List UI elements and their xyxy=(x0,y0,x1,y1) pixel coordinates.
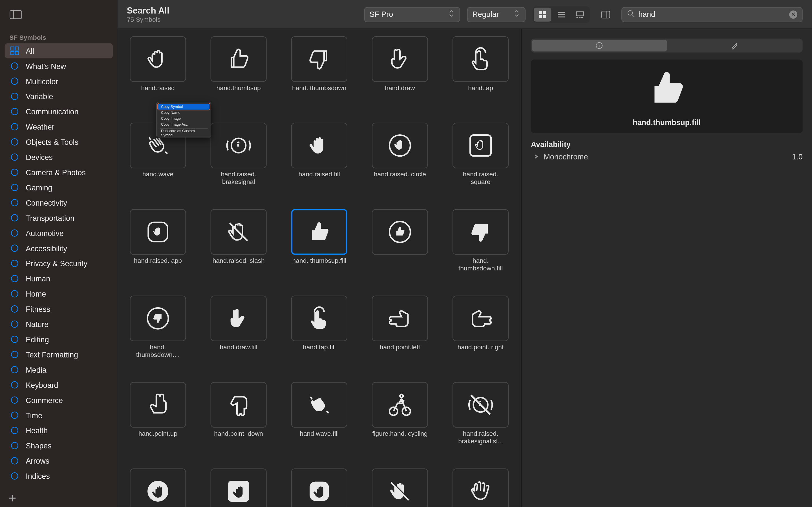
sidebar-item-arrows[interactable]: Arrows xyxy=(5,453,113,468)
sparkles-icon xyxy=(9,61,20,71)
sidebar-item-gaming[interactable]: Gaming xyxy=(5,180,113,195)
symbol-box[interactable] xyxy=(130,295,186,341)
sidebar-item-devices[interactable]: Devices xyxy=(5,150,113,165)
symbol-box[interactable] xyxy=(130,36,186,82)
sidebar-item-what-s-new[interactable]: What's New xyxy=(5,58,113,73)
sidebar-item-label: Multicolor xyxy=(26,77,58,86)
sidebar-item-label: Nature xyxy=(26,320,49,328)
view-list-button[interactable] xyxy=(552,7,570,21)
heart-icon xyxy=(9,425,20,436)
symbol-cell: hand.wave.fill xyxy=(290,382,348,446)
symbol-label: figure.hand. cycling xyxy=(372,430,428,446)
ctx-copy-symbol[interactable]: Copy Symbol xyxy=(158,104,209,110)
symbol-box[interactable] xyxy=(372,122,428,168)
sidebar-item-accessibility[interactable]: Accessibility xyxy=(5,240,113,256)
sidebar-item-media[interactable]: Media xyxy=(5,362,113,378)
inspector: hand.thumbsup.fill Availability Monochro… xyxy=(521,29,812,507)
symbol-label: hand.raised. app xyxy=(134,257,182,273)
symbol-box[interactable] xyxy=(130,209,186,255)
ctx-copy-name[interactable]: Copy Name xyxy=(158,110,209,115)
search-input[interactable] xyxy=(638,10,785,18)
symbol-box[interactable] xyxy=(453,36,509,82)
view-grid-button[interactable] xyxy=(534,7,551,21)
sidebar-item-automotive[interactable]: Automotive xyxy=(5,225,113,240)
inspector-tab-info[interactable] xyxy=(532,40,667,51)
sidebar-item-shapes[interactable]: Shapes xyxy=(5,438,113,453)
sidebar-item-communication[interactable]: Communication xyxy=(5,104,113,119)
sidebar-item-variable[interactable]: Variable xyxy=(5,89,113,104)
sidebar-item-keyboard[interactable]: Keyboard xyxy=(5,377,113,392)
symbol-box[interactable] xyxy=(210,36,266,82)
symbol-box[interactable] xyxy=(291,122,347,168)
search-box[interactable]: ✕ xyxy=(621,7,803,22)
sidebar-item-transportation[interactable]: Transportation xyxy=(5,210,113,225)
sidebar-item-health[interactable]: Health xyxy=(5,423,113,438)
symbol-box[interactable] xyxy=(130,382,186,428)
leaf-icon xyxy=(9,319,20,329)
symbol-box[interactable] xyxy=(372,382,428,428)
steering-icon xyxy=(9,228,20,238)
symbol-box[interactable] xyxy=(210,122,266,168)
add-collection-icon[interactable] xyxy=(7,493,17,503)
cloud-icon xyxy=(9,121,20,132)
symbol-box[interactable] xyxy=(210,468,266,507)
font-dropdown[interactable]: SF Pro xyxy=(364,7,460,22)
sidebar-item-multicolor[interactable]: Multicolor xyxy=(5,73,113,89)
symbol-box[interactable] xyxy=(372,209,428,255)
sidebar-item-human[interactable]: Human xyxy=(5,271,113,286)
sidebar-item-indices[interactable]: Indices xyxy=(5,468,113,484)
sidebar-item-commerce[interactable]: Commerce xyxy=(5,392,113,407)
sidebar-item-connectivity[interactable]: Connectivity xyxy=(5,195,113,210)
sidebar-item-label: Camera & Photos xyxy=(26,168,86,177)
symbol-box[interactable] xyxy=(453,468,509,507)
sidebar-item-fitness[interactable]: Fitness xyxy=(5,301,113,317)
ctx-copy-image-as[interactable]: Copy Image As… xyxy=(158,121,209,127)
sidebar-item-camera-photos[interactable]: Camera & Photos xyxy=(5,165,113,180)
weight-dropdown[interactable]: Regular xyxy=(467,7,525,22)
symbol-box[interactable] xyxy=(453,295,509,341)
sidebar-item-privacy-security[interactable]: Privacy & Security xyxy=(5,256,113,271)
symbol-box[interactable] xyxy=(291,36,347,82)
view-gallery-button[interactable] xyxy=(571,7,589,21)
symbol-box[interactable] xyxy=(372,36,428,82)
symbol-cell: hand.raised xyxy=(129,36,186,101)
symbol-box[interactable] xyxy=(210,382,266,428)
availability-row-monochrome[interactable]: Monochrome 1.0 xyxy=(531,152,803,161)
content: hand.raisedhand.thumbsuphand. thumbsdown… xyxy=(117,29,812,507)
symbol-box[interactable] xyxy=(130,468,186,507)
sidebar-item-text-formatting[interactable]: Text Formatting xyxy=(5,347,113,362)
symbol-box[interactable] xyxy=(291,382,347,428)
sidebar-item-editing[interactable]: Editing xyxy=(5,332,113,347)
inspector-tab-effects[interactable] xyxy=(667,40,802,51)
ctx-copy-image[interactable]: Copy Image xyxy=(158,115,209,121)
symbol-label: hand.raised. slash xyxy=(212,257,264,273)
symbol-box[interactable] xyxy=(210,209,266,255)
symbol-box[interactable] xyxy=(372,295,428,341)
toggle-inspector-button[interactable] xyxy=(597,7,614,21)
symbol-box[interactable] xyxy=(453,382,509,428)
sidebar-item-nature[interactable]: Nature xyxy=(5,317,113,332)
symbol-cell: hand.point.up xyxy=(129,382,186,446)
symbol-box[interactable] xyxy=(291,295,347,341)
symbol-label: hand. thumbsdown xyxy=(292,84,347,101)
sidebar-item-label: Home xyxy=(26,289,46,298)
toggle-sidebar-icon[interactable] xyxy=(9,9,22,20)
symbol-grid-area[interactable]: hand.raisedhand.thumbsuphand. thumbsdown… xyxy=(117,29,521,507)
symbol-box[interactable] xyxy=(453,122,509,168)
symbol-box[interactable] xyxy=(291,468,347,507)
clear-search-icon[interactable]: ✕ xyxy=(789,10,797,18)
symbol-box[interactable] xyxy=(372,468,428,507)
symbol-cell: hand.tap xyxy=(452,36,509,101)
sidebar-item-weather[interactable]: Weather xyxy=(5,119,113,134)
sidebar-item-objects-tools[interactable]: Objects & Tools xyxy=(5,134,113,150)
symbol-box[interactable] xyxy=(453,209,509,255)
sidebar-item-home[interactable]: Home xyxy=(5,286,113,301)
sidebar-item-all[interactable]: All xyxy=(5,43,113,58)
symbol-cell: hand.raised. circle.fill xyxy=(129,468,186,507)
symbol-box[interactable] xyxy=(210,295,266,341)
symbol-box[interactable] xyxy=(291,209,347,255)
sidebar-item-label: All xyxy=(26,47,34,55)
sidebar-item-time[interactable]: Time xyxy=(5,407,113,423)
ctx-duplicate-custom[interactable]: Duplicate as Custom Symbol xyxy=(158,130,209,136)
sidebar-item-label: Time xyxy=(26,411,42,420)
